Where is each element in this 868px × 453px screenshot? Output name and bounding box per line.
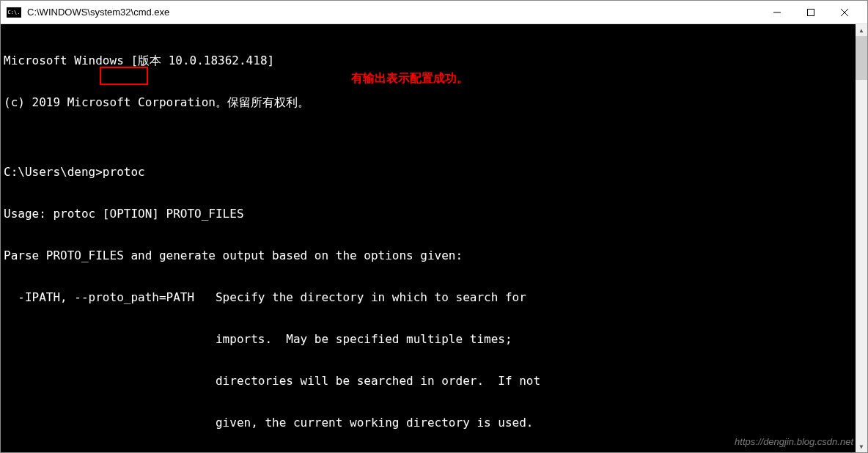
terminal-line: C:\Users\deng>protoc — [4, 165, 864, 179]
scroll-up-arrow-icon[interactable]: ▲ — [856, 24, 867, 36]
scroll-down-arrow-icon[interactable]: ▼ — [856, 441, 867, 452]
terminal-line: Usage: protoc [OPTION] PROTO_FILES — [4, 207, 864, 221]
terminal-line: imports. May be specified multiple times… — [4, 332, 864, 346]
maximize-button[interactable] — [794, 1, 828, 24]
terminal-line: directories will be searched in order. I… — [4, 374, 864, 388]
minimize-button[interactable] — [760, 1, 794, 24]
terminal-line: Parse PROTO_FILES and generate output ba… — [4, 248, 864, 262]
terminal-output[interactable]: Microsoft Windows [版本 10.0.18362.418] (c… — [1, 24, 867, 452]
cmd-window: C:\. C:\WINDOWS\system32\cmd.exe Microso… — [0, 0, 868, 453]
close-button[interactable] — [828, 1, 861, 24]
annotation-text: 有输出表示配置成功。 — [351, 71, 468, 85]
watermark-text: https://dengjin.blog.csdn.net — [735, 436, 853, 447]
terminal-line: given, the current working directory is … — [4, 416, 864, 430]
cmd-icon: C:\. — [7, 7, 21, 18]
window-title: C:\WINDOWS\system32\cmd.exe — [27, 7, 760, 18]
scroll-thumb[interactable] — [856, 36, 867, 80]
vertical-scrollbar[interactable]: ▲ ▼ — [856, 24, 867, 452]
titlebar[interactable]: C:\. C:\WINDOWS\system32\cmd.exe — [1, 1, 867, 24]
highlight-annotation-box — [100, 67, 148, 85]
terminal-line: (c) 2019 Microsoft Corporation。保留所有权利。 — [4, 95, 864, 109]
window-controls — [760, 1, 861, 23]
svg-rect-1 — [808, 9, 814, 15]
terminal-line: Microsoft Windows [版本 10.0.18362.418] — [4, 54, 864, 67]
terminal-line: -IPATH, --proto_path=PATH Specify the di… — [4, 290, 864, 304]
